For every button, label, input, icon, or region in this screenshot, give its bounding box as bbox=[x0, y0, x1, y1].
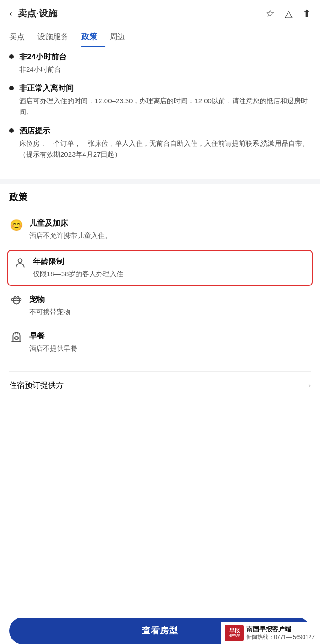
policy-icon-wrap bbox=[9, 332, 24, 343]
svg-point-0 bbox=[18, 259, 22, 263]
policy-title: 年龄限制 bbox=[33, 256, 123, 267]
policy-desc: 仅限18—38岁的客人办理入住 bbox=[33, 269, 123, 280]
policy-text-wrap: 早餐 酒店不提供早餐 bbox=[29, 331, 77, 354]
share-icon[interactable]: ⬆ bbox=[303, 8, 311, 20]
branding-logo: 早报 NEWS bbox=[225, 625, 244, 641]
children-icon: 😊 bbox=[10, 219, 23, 232]
star-icon[interactable]: ☆ bbox=[266, 8, 275, 20]
tab-zhengce[interactable]: 政策 bbox=[81, 27, 105, 47]
policy-row-breakfast: 早餐 酒店不提供早餐 bbox=[9, 324, 311, 360]
policy-text-wrap: 宠物 不可携带宠物 bbox=[29, 294, 70, 317]
policy-desc: 不可携带宠物 bbox=[29, 306, 70, 317]
tab-sheshi[interactable]: 设施服务 bbox=[37, 27, 77, 47]
svg-point-4 bbox=[19, 299, 21, 301]
list-item: 非正常入离时间 酒店可办理入住的时间：12:00–23:30，办理离店的时间：1… bbox=[9, 83, 311, 117]
provider-chevron-icon: › bbox=[308, 380, 311, 390]
svg-point-5 bbox=[15, 337, 19, 340]
policy-title: 宠物 bbox=[29, 294, 70, 305]
svg-point-2 bbox=[14, 297, 16, 299]
bullet-section: 非24小时前台 非24小时前台 非正常入离时间 酒店可办理入住的时间：12:00… bbox=[9, 47, 311, 175]
page-title: 卖点·设施 bbox=[18, 7, 266, 20]
policy-row-age: 年龄限制 仅限18—38岁的客人办理入住 bbox=[7, 250, 313, 286]
policy-row-children: 😊 儿童及加床 酒店不允许携带儿童入住。 bbox=[9, 211, 311, 248]
provider-row[interactable]: 住宿预订提供方 › bbox=[9, 371, 311, 399]
back-button[interactable]: ‹ bbox=[9, 8, 12, 20]
bullet-title: 非正常入离时间 bbox=[19, 83, 311, 94]
policy-row-pet: 宠物 不可携带宠物 bbox=[9, 288, 311, 324]
bullet-content: 非正常入离时间 酒店可办理入住的时间：12:00–23:30，办理离店的时间：1… bbox=[19, 83, 311, 117]
branding-bar: 早报 NEWS 南国早报客户端 新闻热线：0771— 5690127 bbox=[221, 622, 320, 644]
branding-title: 南国早报客户端 bbox=[246, 625, 315, 633]
bullet-dot bbox=[9, 86, 14, 90]
person-icon bbox=[14, 257, 26, 269]
policy-text-wrap: 年龄限制 仅限18—38岁的客人办理入住 bbox=[33, 256, 123, 280]
branding-text-wrap: 南国早报客户端 新闻热线：0771— 5690127 bbox=[246, 625, 315, 641]
policy-section-title: 政策 bbox=[9, 191, 311, 203]
bullet-content: 酒店提示 床位房，一个订单，一张床位，单人入住，无前台自助入住，入住前请提前联系… bbox=[19, 126, 311, 160]
bullet-dot bbox=[9, 54, 14, 59]
bullet-title: 非24小时前台 bbox=[19, 52, 67, 62]
policy-section: 政策 😊 儿童及加床 酒店不允许携带儿童入住。 年龄限制 仅限18—38岁的客人… bbox=[9, 184, 311, 368]
policy-icon-wrap bbox=[9, 295, 24, 307]
bullet-desc: 非24小时前台 bbox=[19, 64, 67, 75]
bullet-desc: 酒店可办理入住的时间：12:00–23:30，办理离店的时间：12:00以前，请… bbox=[19, 95, 311, 117]
header-icons: ☆ △ ⬆ bbox=[266, 8, 311, 20]
policy-icon-wrap: 😊 bbox=[9, 219, 24, 232]
policy-title: 儿童及加床 bbox=[29, 218, 112, 228]
policy-desc: 酒店不提供早餐 bbox=[29, 343, 77, 354]
section-divider bbox=[0, 179, 320, 184]
tab-maidan[interactable]: 卖点 bbox=[9, 27, 33, 47]
alert-icon[interactable]: △ bbox=[285, 8, 293, 20]
bottom-space bbox=[9, 399, 311, 444]
policy-text-wrap: 儿童及加床 酒店不允许携带儿童入住。 bbox=[29, 218, 112, 241]
bullet-desc: 床位房，一个订单，一张床位，单人入住，无前台自助入住，入住前请提前联系,洗漱用品… bbox=[19, 138, 311, 160]
list-item: 非24小时前台 非24小时前台 bbox=[9, 52, 311, 75]
content-area: 非24小时前台 非24小时前台 非正常入离时间 酒店可办理入住的时间：12:00… bbox=[0, 47, 320, 444]
policy-title: 早餐 bbox=[29, 331, 77, 341]
svg-point-3 bbox=[17, 297, 19, 299]
list-item: 酒店提示 床位房，一个订单，一张床位，单人入住，无前台自助入住，入住前请提前联系… bbox=[9, 126, 311, 160]
bullet-dot bbox=[9, 128, 14, 133]
svg-point-1 bbox=[12, 299, 14, 301]
provider-label: 住宿预订提供方 bbox=[9, 380, 64, 391]
header: ‹ 卖点·设施 ☆ △ ⬆ bbox=[0, 0, 320, 27]
tab-zhoubian[interactable]: 周边 bbox=[110, 27, 133, 47]
tab-bar: 卖点 设施服务 政策 周边 bbox=[0, 27, 320, 47]
policy-desc: 酒店不允许携带儿童入住。 bbox=[29, 230, 112, 241]
policy-icon-wrap bbox=[13, 257, 27, 269]
branding-hotline: 新闻热线：0771— 5690127 bbox=[246, 633, 315, 641]
breakfast-icon bbox=[11, 332, 22, 343]
bullet-title: 酒店提示 bbox=[19, 126, 311, 136]
bullet-content: 非24小时前台 非24小时前台 bbox=[19, 52, 67, 75]
pet-icon bbox=[11, 295, 22, 307]
